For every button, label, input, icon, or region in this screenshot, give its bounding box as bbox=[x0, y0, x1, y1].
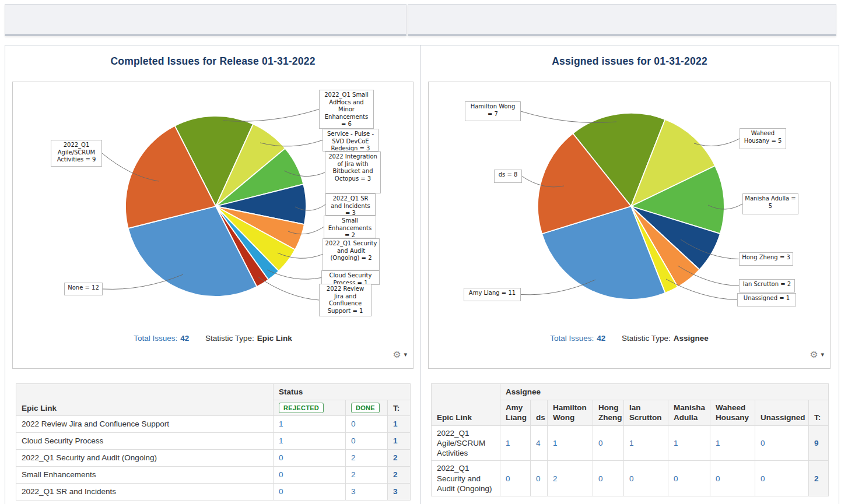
column-header: T: bbox=[388, 400, 411, 416]
issue-count-cell[interactable]: 0 bbox=[624, 461, 668, 496]
pie-slice-label: Hong Zheng = 3 bbox=[739, 252, 793, 266]
column-header: Ian Scrutton bbox=[624, 400, 668, 426]
column-header: Unassigned bbox=[755, 400, 809, 426]
table-row: Small Enhancements022 bbox=[16, 467, 411, 484]
pie-slice-label: 2022 Review Jira and Confluence Support … bbox=[319, 284, 372, 316]
caret-down-icon[interactable]: ▾ bbox=[404, 351, 407, 358]
row-total-cell[interactable]: 1 bbox=[388, 416, 411, 433]
issue-count-cell[interactable]: 0 bbox=[531, 461, 548, 496]
row-total-cell[interactable]: 9 bbox=[809, 425, 829, 461]
statistics-table: Epic LinkStatusREJECTEDDONET:2022 Review… bbox=[16, 383, 411, 501]
group-column-header: Status bbox=[274, 384, 411, 400]
total-issues-value[interactable]: 42 bbox=[597, 334, 605, 343]
statistic-type-label: Statistic Type: bbox=[205, 334, 254, 343]
issue-count-cell[interactable]: 0 bbox=[593, 461, 624, 496]
issue-count-cell[interactable]: 4 bbox=[531, 425, 548, 461]
row-total-cell[interactable]: 2 bbox=[809, 461, 829, 496]
issue-count-cell[interactable]: 0 bbox=[274, 484, 346, 501]
pie-chart bbox=[429, 82, 830, 368]
column-header: T: bbox=[809, 400, 829, 426]
gadget-header-right bbox=[408, 4, 836, 36]
status-column-header: DONE bbox=[346, 400, 388, 416]
pie-slice-label: None = 12 bbox=[64, 283, 103, 295]
row-total-cell[interactable]: 2 bbox=[388, 467, 411, 484]
issue-count-cell[interactable]: 1 bbox=[668, 425, 710, 461]
row-total-cell[interactable]: 2 bbox=[388, 450, 411, 467]
total-issues-link[interactable]: Total Issues: bbox=[134, 334, 177, 343]
issue-count-cell[interactable]: 1 bbox=[548, 425, 593, 461]
issue-count-cell[interactable]: 0 bbox=[593, 425, 624, 461]
pie-slice-label: Waheed Housany = 5 bbox=[740, 128, 786, 149]
epic-link-cell: 2022_Q1 SR and Incidents bbox=[16, 484, 274, 501]
pie-chart-gadget: Total Issues:42 Statistic Type:Assignee … bbox=[428, 82, 831, 369]
issue-count-cell[interactable]: 2 bbox=[346, 467, 388, 484]
issue-count-cell[interactable]: 0 bbox=[755, 425, 809, 461]
issue-count-cell[interactable]: 1 bbox=[274, 416, 346, 433]
total-issues-link[interactable]: Total Issues: bbox=[550, 334, 594, 343]
statistics-table-wrapper: Epic LinkAssigneeAmy LiangdsHamilton Won… bbox=[431, 383, 829, 496]
issue-count-cell[interactable]: 0 bbox=[274, 450, 346, 467]
table-row: 2022_Q1 SR and Incidents033 bbox=[16, 484, 411, 501]
status-badge: REJECTED bbox=[279, 403, 324, 413]
gadget-settings-button[interactable]: ⚙▾ bbox=[810, 349, 824, 360]
issue-count-cell[interactable]: 0 bbox=[500, 461, 531, 496]
table-row: Cloud Security Process101 bbox=[16, 433, 411, 450]
epic-link-column-header: Epic Link bbox=[432, 384, 500, 426]
pie-slice-label: Service - Pulse - SVD DevCoE Redesign = … bbox=[323, 129, 379, 151]
caret-down-icon[interactable]: ▾ bbox=[821, 351, 824, 358]
dashboard-column-left: Completed Issues for Release 01-31-2022 … bbox=[5, 45, 420, 504]
issue-count-cell[interactable]: 0 bbox=[710, 461, 755, 496]
issue-count-cell[interactable]: 1 bbox=[710, 425, 755, 461]
chart-footer: Total Issues:42 Statistic Type:Assignee bbox=[429, 334, 830, 343]
chart-footer: Total Issues:42 Statistic Type:Epic Link bbox=[13, 334, 413, 343]
gadget-settings-button[interactable]: ⚙▾ bbox=[393, 349, 407, 360]
gear-icon[interactable]: ⚙ bbox=[810, 350, 818, 360]
issue-count-cell[interactable]: 0 bbox=[274, 467, 346, 484]
epic-link-cell: Cloud Security Process bbox=[16, 433, 274, 450]
issue-count-cell[interactable]: 0 bbox=[668, 461, 710, 496]
epic-link-cell: 2022 Review Jira and Confluence Support bbox=[16, 416, 274, 433]
gear-icon[interactable]: ⚙ bbox=[393, 350, 401, 360]
pie-slice-label: Hamilton Wong = 7 bbox=[465, 101, 521, 121]
table-row: 2022_Q1 Agile/SCRUM Activities141011109 bbox=[432, 425, 829, 461]
statistics-table: Epic LinkAssigneeAmy LiangdsHamilton Won… bbox=[431, 383, 829, 496]
pie-slice-label: Ian Scrutton = 2 bbox=[739, 279, 795, 292]
pie-slice-label: 2022_Q1 Security and Audit (Ongoing) = 2 bbox=[323, 238, 380, 270]
pie-slice-label: Unassigned = 1 bbox=[737, 293, 796, 306]
issue-count-cell[interactable]: 1 bbox=[500, 425, 531, 461]
pie-slice-label: 2022_Q1 SR and Incidents = 3 bbox=[325, 193, 376, 216]
total-issues-value[interactable]: 42 bbox=[180, 334, 189, 343]
table-row: 2022 Review Jira and Confluence Support1… bbox=[16, 416, 411, 433]
column-header: Amy Liang bbox=[500, 400, 531, 426]
issue-count-cell[interactable]: 2 bbox=[346, 450, 388, 467]
pie-slice-label: Cloud Security Process = 1 bbox=[321, 270, 380, 285]
issue-count-cell[interactable]: 1 bbox=[274, 433, 346, 450]
issue-count-cell[interactable]: 0 bbox=[346, 416, 388, 433]
column-header: Manisha Adulla bbox=[668, 400, 710, 426]
epic-link-cell: 2022_Q1 Agile/SCRUM Activities bbox=[432, 425, 500, 461]
issue-count-cell[interactable]: 0 bbox=[755, 461, 809, 496]
epic-link-cell: 2022_Q1 Security and Audit (Ongoing) bbox=[16, 450, 274, 467]
statistics-table-wrapper: Epic LinkStatusREJECTEDDONET:2022 Review… bbox=[16, 383, 411, 501]
pie-label-line bbox=[694, 139, 740, 146]
issue-count-cell[interactable]: 1 bbox=[624, 425, 668, 461]
page-title: Completed Issues for Release 01-31-2022 bbox=[5, 55, 420, 68]
table-row: 2022_Q1 Security and Audit (Ongoing)022 bbox=[16, 450, 411, 467]
epic-link-cell: 2022_Q1 Security and Audit (Ongoing) bbox=[432, 461, 500, 496]
gadget-header-left bbox=[5, 4, 407, 36]
pie-chart-gadget: Total Issues:42 Statistic Type:Epic Link… bbox=[12, 82, 414, 369]
group-column-header: Assignee bbox=[500, 384, 829, 400]
issue-count-cell[interactable]: 2 bbox=[548, 461, 593, 496]
issue-count-cell[interactable]: 3 bbox=[346, 484, 388, 501]
statistic-type-value: Epic Link bbox=[257, 334, 292, 343]
page-title: Assigned issues for 01-31-2022 bbox=[420, 55, 839, 68]
pie-slice-label: ds = 8 bbox=[494, 170, 522, 183]
jira-dashboard: { "icons": {"gear": "⚙", "caret": "▾"}, … bbox=[0, 0, 841, 504]
issue-count-cell[interactable]: 0 bbox=[346, 433, 388, 450]
pie-slice-label: Amy Liang = 11 bbox=[464, 288, 521, 301]
pie-slice-label: 2022 Integration of Jira with Bitbucket … bbox=[325, 151, 381, 193]
row-total-cell[interactable]: 3 bbox=[388, 484, 411, 501]
statistic-type-label: Statistic Type: bbox=[622, 334, 671, 343]
statistic-type-value: Assignee bbox=[674, 334, 709, 343]
row-total-cell[interactable]: 1 bbox=[388, 433, 411, 450]
